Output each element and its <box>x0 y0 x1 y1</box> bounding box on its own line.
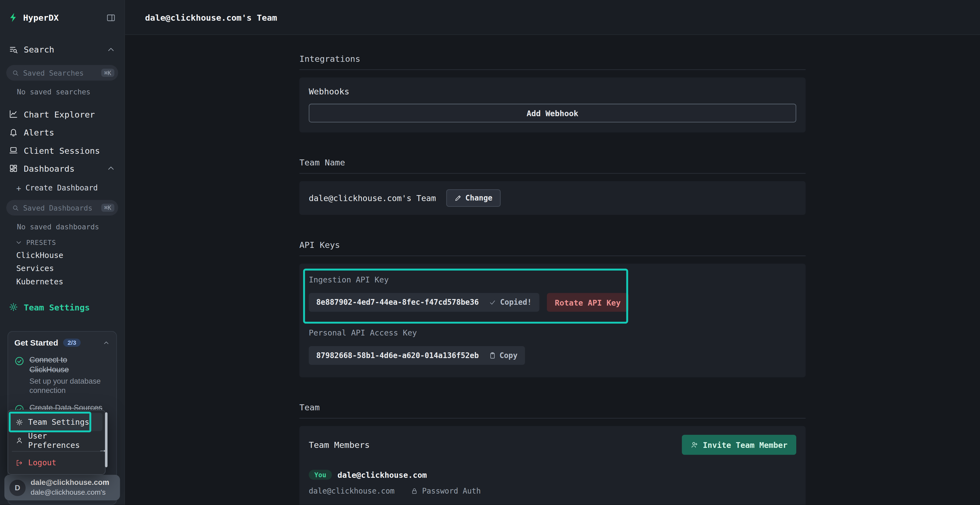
collapse-sidebar-button[interactable] <box>106 13 115 22</box>
api-key-text: 87982668-58b1-4d6e-a620-014a136f52eb <box>316 351 479 360</box>
search-icon <box>12 69 20 77</box>
preset-clickhouse[interactable]: ClickHouse <box>0 249 124 262</box>
user-account-chip[interactable]: D dale@clickhouse.com dale@clickhouse.co… <box>4 475 120 500</box>
auth-method: Password Auth <box>411 487 481 495</box>
saved-searches-input[interactable]: Saved Searches ⌘K <box>6 65 118 81</box>
avatar: D <box>9 480 25 496</box>
progress-badge: 2/3 <box>63 338 81 347</box>
logo-row: HyperDX <box>0 0 124 35</box>
team-member-row: You dale@clickhouse.com <box>309 470 796 480</box>
shortcut-badge: ⌘K <box>101 69 115 77</box>
menu-item-logout[interactable]: Logout <box>11 454 103 472</box>
get-started-header[interactable]: Get Started 2/3 <box>14 338 110 347</box>
add-webhook-button[interactable]: Add Webhook <box>309 104 796 122</box>
integrations-heading: Integrations <box>299 54 806 64</box>
check-circle-icon <box>14 356 24 366</box>
copied-label: Copied! <box>500 298 531 306</box>
sidebar-item-team-settings[interactable]: Team Settings <box>0 298 124 316</box>
presets-label: PRESETS <box>26 239 56 246</box>
menu-item-user-preferences[interactable]: User Preferences <box>11 431 103 449</box>
sidebar: HyperDX Search Saved Searches ⌘K No save… <box>0 0 125 505</box>
hyperdx-logo-icon <box>9 13 19 22</box>
page-title: dale@clickhouse.com's Team <box>145 12 277 22</box>
user-team: dale@clickhouse.com's <box>31 488 110 497</box>
change-label: Change <box>465 194 492 202</box>
divider <box>299 256 806 256</box>
chevron-up-icon <box>106 164 115 173</box>
team-members-title: Team Members <box>309 440 370 450</box>
user-menu-popup: Team Settings User Preferences Logout <box>8 410 106 475</box>
ingestion-key-value[interactable]: 8e887902-4ed7-44ea-8fec-f47cd578be36 Cop… <box>309 293 539 312</box>
saved-searches-placeholder: Saved Searches <box>23 68 84 77</box>
saved-dashboards-placeholder: Saved Dashboards <box>23 203 92 212</box>
sidebar-item-client-sessions[interactable]: Client Sessions <box>0 141 124 159</box>
no-saved-dashboards-note: No saved dashboards <box>0 216 124 230</box>
plus-icon: + <box>16 183 21 193</box>
check-icon <box>489 299 496 306</box>
copy-label: Copy <box>500 351 517 360</box>
get-started-step-connect[interactable]: Connect to ClickHouse Set up your databa… <box>14 355 110 395</box>
menu-item-label: User Preferences <box>28 431 97 449</box>
copied-indicator: Copied! <box>489 298 531 306</box>
nav-label: Chart Explorer <box>24 109 95 119</box>
app-name: HyperDX <box>23 13 59 22</box>
user-icon <box>16 437 23 444</box>
chevron-up-icon <box>106 44 115 54</box>
top-bar: dale@clickhouse.com's Team <box>125 0 980 35</box>
preset-services[interactable]: Services <box>0 262 124 275</box>
team-member-details: dale@clickhouse.com Password Auth <box>309 487 796 495</box>
invite-team-member-button[interactable]: Invite Team Member <box>682 435 796 455</box>
pencil-icon <box>454 194 462 202</box>
lock-icon <box>411 487 418 495</box>
team-members-card: Team Members Invite Team Member You dale… <box>299 426 806 505</box>
divider <box>299 418 806 418</box>
sidebar-section-search[interactable]: Search <box>0 41 124 58</box>
search-icon <box>12 204 20 212</box>
rotate-api-key-button[interactable]: Rotate API Key <box>547 293 629 312</box>
saved-search-icon <box>9 44 18 54</box>
api-key-text: 8e887902-4ed7-44ea-8fec-f47cd578be36 <box>316 298 479 306</box>
content-scroll-area: Integrations Webhooks Add Webhook Team N… <box>125 35 980 505</box>
user-name: dale@clickhouse.com <box>31 478 110 488</box>
api-keys-heading: API Keys <box>299 240 806 250</box>
sidebar-item-dashboards[interactable]: Dashboards <box>0 159 124 178</box>
webhooks-title: Webhooks <box>309 86 796 96</box>
panel-toggle-icon <box>106 13 115 22</box>
invite-label: Invite Team Member <box>703 440 788 449</box>
divider <box>299 173 806 173</box>
create-dashboard-button[interactable]: + Create Dashboard <box>0 181 124 195</box>
you-badge: You <box>309 470 332 480</box>
nav-label: Alerts <box>24 127 54 137</box>
gear-icon <box>16 418 23 426</box>
menu-item-team-settings[interactable]: Team Settings <box>11 413 103 431</box>
presets-toggle[interactable]: PRESETS <box>0 236 124 249</box>
clipboard-icon <box>489 352 496 359</box>
team-name-heading: Team Name <box>299 157 806 168</box>
menu-divider <box>12 451 101 452</box>
preset-kubernetes[interactable]: Kubernetes <box>0 275 124 288</box>
user-plus-icon <box>690 441 698 449</box>
bell-icon <box>9 127 18 137</box>
personal-key-label: Personal API Access Key <box>309 328 796 337</box>
change-team-name-button[interactable]: Change <box>446 189 501 207</box>
personal-key-value[interactable]: 87982668-58b1-4d6e-a620-014a136f52eb Cop… <box>309 346 525 365</box>
logout-icon <box>16 459 23 466</box>
chevron-down-icon <box>15 239 22 246</box>
no-saved-searches-note: No saved searches <box>0 81 124 95</box>
collapse-get-started-button[interactable] <box>103 339 110 347</box>
create-dashboard-label: Create Dashboard <box>25 184 98 192</box>
copy-button[interactable]: Copy <box>489 351 517 360</box>
main-area: dale@clickhouse.com's Team Integrations … <box>125 0 980 505</box>
member-name: dale@clickhouse.com <box>337 470 427 480</box>
scrollbar-thumb[interactable] <box>105 412 108 467</box>
menu-item-label: Logout <box>28 458 56 467</box>
sidebar-item-alerts[interactable]: Alerts <box>0 123 124 141</box>
shortcut-badge: ⌘K <box>101 203 115 212</box>
preset-label: ClickHouse <box>16 251 64 260</box>
saved-dashboards-input[interactable]: Saved Dashboards ⌘K <box>6 200 118 216</box>
search-section-label: Search <box>24 44 54 54</box>
ingestion-key-label: Ingestion API Key <box>309 275 796 284</box>
team-name-value: dale@clickhouse.com's Team <box>309 194 436 203</box>
team-settings-label: Team Settings <box>24 302 90 312</box>
sidebar-item-chart-explorer[interactable]: Chart Explorer <box>0 105 124 123</box>
